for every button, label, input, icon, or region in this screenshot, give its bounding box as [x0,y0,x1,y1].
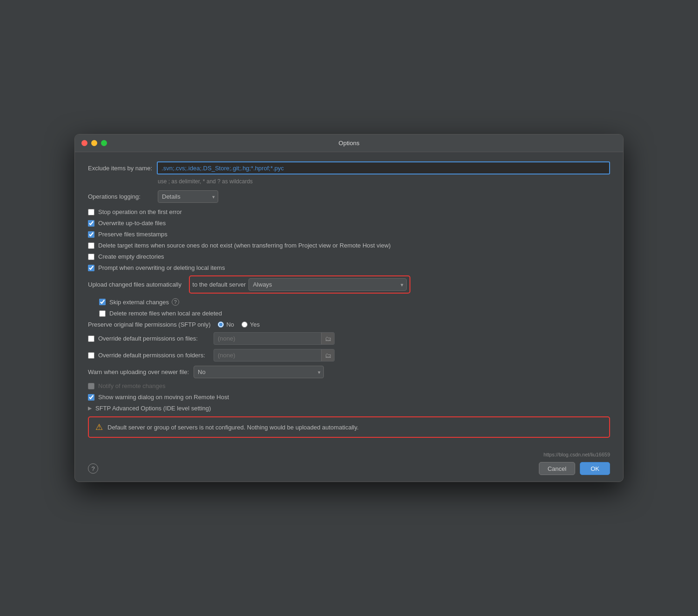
operations-logging-select[interactable]: Details Basic None [158,190,218,203]
exclude-label: Exclude items by name: [88,165,152,172]
notify-remote-label: Notify of remote changes [98,382,166,389]
checkbox-delete-target: Delete target items when source ones do … [88,242,610,249]
operations-logging-label: Operations logging: [88,193,153,200]
warn-select-wrapper: No Yes Ask [194,366,324,378]
upload-highlighted-section: to the default server Always Never On ex… [189,275,411,294]
radio-yes-label: Yes [250,321,260,328]
checkbox-skip-external: Skip external changes ? [99,298,610,306]
warning-banner: ⚠ Default server or group of servers is … [88,416,610,438]
title-bar: Options [75,134,623,152]
checkbox-delete-remote: Delete remote files when local are delet… [99,310,610,317]
sftp-label: SFTP Advanced Options (IDE level setting… [95,405,211,412]
radio-no: No [218,321,234,328]
radio-no-input[interactable] [218,321,224,328]
stop-first-error-checkbox[interactable] [88,209,94,215]
warn-row: Warn when uploading over newer file: No … [88,366,610,378]
checkbox-show-warning: Show warning dialog on moving on Remote … [88,394,610,401]
content-area: Exclude items by name: use ; as delimite… [75,152,623,452]
upload-to-label: to the default server [193,281,246,288]
override-folders-label: Override default permissions on folders: [98,352,205,359]
overwrite-uptodate-label: Overwrite up-to-date files [98,220,166,227]
ok-button[interactable]: OK [580,462,610,475]
stop-first-error-label: Stop operation on the first error [98,208,182,215]
sftp-expand-icon: ▶ [88,405,92,411]
operations-logging-select-wrapper: Details Basic None [158,190,218,203]
create-empty-dirs-label: Create empty directories [98,253,164,260]
delete-remote-checkbox[interactable] [99,310,106,317]
override-files-input[interactable] [214,335,321,342]
warn-label: Warn when uploading over newer file: [88,368,189,375]
notify-remote-checkbox [88,383,94,389]
maximize-button[interactable] [101,140,107,146]
preserve-permissions-radio-group: No Yes [218,321,260,328]
show-warning-label: Show warning dialog on moving on Remote … [98,394,229,401]
radio-no-label: No [226,321,234,328]
override-folders-row: Override default permissions on folders:… [88,349,610,362]
override-folders-input[interactable] [214,352,321,359]
prompt-overwriting-checkbox[interactable] [88,265,94,271]
skip-external-label: Skip external changes [109,299,169,306]
delete-target-label: Delete target items when source ones do … [98,242,391,249]
preserve-timestamps-checkbox[interactable] [88,231,94,238]
override-files-input-wrapper: 🗂 [214,332,335,345]
checkbox-notify-remote: Notify of remote changes [88,382,610,389]
overwrite-uptodate-checkbox[interactable] [88,220,94,227]
help-button[interactable]: ? [88,463,98,474]
override-files-label: Override default permissions on files: [98,335,198,342]
window-title: Options [339,140,360,147]
footer: ? Cancel OK [75,459,623,482]
override-folders-folder-btn[interactable]: 🗂 [321,349,334,361]
skip-external-help-icon[interactable]: ? [172,298,179,306]
url-hint: https://blog.csdn.net/liu16659 [75,452,623,457]
window-controls [81,140,107,146]
radio-yes-input[interactable] [242,321,248,328]
exclude-hint: use ; as delimiter, * and ? as wildcards [158,178,610,185]
warning-text: Default server or group of servers is no… [107,424,359,431]
show-warning-checkbox[interactable] [88,394,94,401]
exclude-input[interactable] [157,161,610,174]
warn-select[interactable]: No Yes Ask [194,366,324,378]
sftp-advanced-row[interactable]: ▶ SFTP Advanced Options (IDE level setti… [88,405,610,412]
upload-row: Upload changed files automatically to th… [88,275,610,294]
prompt-overwriting-label: Prompt when overwriting or deleting loca… [98,264,225,271]
minimize-button[interactable] [91,140,97,146]
delete-target-checkbox[interactable] [88,242,94,249]
footer-buttons: Cancel OK [539,462,610,475]
checkbox-stop-first-error: Stop operation on the first error [88,208,610,215]
override-files-checkbox[interactable] [88,335,94,342]
upload-select-wrapper: Always Never On explicit save action ▾ [248,278,407,291]
checkbox-create-empty-dirs: Create empty directories [88,253,610,260]
checkbox-overwrite-uptodate: Overwrite up-to-date files [88,220,610,227]
override-folders-checkbox[interactable] [88,352,94,359]
exclude-row: Exclude items by name: [88,161,610,174]
override-folders-input-wrapper: 🗂 [214,349,335,362]
create-empty-dirs-checkbox[interactable] [88,254,94,260]
delete-remote-label: Delete remote files when local are delet… [109,310,222,317]
upload-label: Upload changed files automatically [88,281,181,288]
preserve-permissions-label: Preserve original file permissions (SFTP… [88,321,210,328]
options-dialog: Options Exclude items by name: use ; as … [74,134,624,482]
upload-always-select[interactable]: Always Never On explicit save action [248,278,407,291]
cancel-button[interactable]: Cancel [539,462,575,475]
skip-external-checkbox[interactable] [99,299,106,305]
close-button[interactable] [81,140,87,146]
checkbox-preserve-timestamps: Preserve files timestamps [88,231,610,238]
override-files-folder-btn[interactable]: 🗂 [321,333,334,344]
preserve-permissions-row: Preserve original file permissions (SFTP… [88,321,610,328]
override-files-row: Override default permissions on files: 🗂 [88,332,610,345]
warning-icon: ⚠ [95,422,103,432]
checkbox-prompt-overwriting: Prompt when overwriting or deleting loca… [88,264,610,271]
operations-logging-row: Operations logging: Details Basic None [88,190,610,203]
preserve-timestamps-label: Preserve files timestamps [98,231,168,238]
radio-yes: Yes [242,321,260,328]
